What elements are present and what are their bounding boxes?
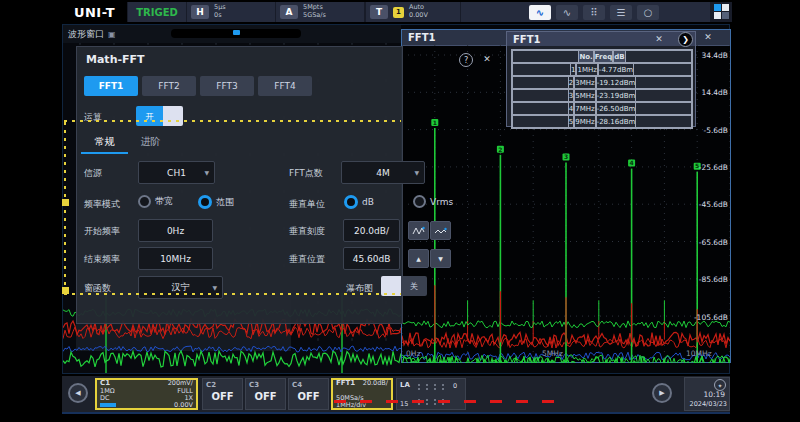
dialog-close-icon[interactable]: ✕	[481, 53, 493, 65]
freq-mode-option-range[interactable]: 范围	[198, 195, 234, 209]
radio-selected-icon[interactable]	[344, 195, 358, 209]
vscale-input[interactable]: 20.0dB/	[343, 219, 400, 242]
vscale-compress-button[interactable]	[430, 221, 451, 240]
peak-table: No. Freq dB 11MHz-4.77dBm 23MHz-19.12dBm…	[511, 49, 693, 129]
channel-c4-card[interactable]: C4 OFF	[288, 378, 329, 410]
fft-card-name: FFT1	[336, 380, 355, 388]
y-axis-label: -65.6dB	[684, 238, 728, 247]
tab-fft2[interactable]: FFT2	[142, 76, 196, 96]
clock-panel[interactable]: ✦ 10:19 2024/03/23	[684, 377, 730, 411]
fft-window-title: FFT1	[408, 32, 435, 43]
window-fn-dropdown[interactable]: 汉宁 ▼	[138, 276, 223, 299]
trigger-key[interactable]: T	[370, 5, 388, 19]
fft-peak-table-window[interactable]: FFT1 ✕ ❯ No. Freq dB 11MHz-4.77dBm 23MHz…	[506, 31, 696, 127]
window-icon: ▣	[108, 30, 116, 39]
waveform-window-title: 波形窗口	[68, 28, 104, 41]
acquire-key[interactable]: A	[280, 5, 298, 19]
start-freq-input[interactable]: 0Hz	[138, 219, 213, 242]
radio-icon[interactable]	[413, 195, 426, 208]
wave-expand-icon	[412, 226, 425, 236]
brand-logo-text: UNI-T	[74, 5, 115, 20]
fft-points-value: 4M	[376, 168, 390, 178]
la-card[interactable]: LA 0 15	[396, 378, 466, 410]
c2-name: C2	[206, 381, 216, 389]
radio-icon[interactable]	[138, 195, 151, 208]
vpos-input[interactable]: 45.60dB	[343, 247, 400, 270]
subtab-general[interactable]: 常规	[81, 132, 128, 154]
la-d0-label: 0	[453, 382, 457, 390]
vscale-expand-button[interactable]	[408, 221, 429, 240]
apps-grid-icon[interactable]	[714, 4, 730, 20]
vertical-unit-label: 垂直单位	[289, 198, 325, 211]
peak-table-header-row: No. Freq dB	[512, 50, 692, 63]
chevron-down-icon: ▼	[212, 284, 217, 291]
peak-table-row: 47MHz-26.50dBm	[512, 102, 692, 115]
probe-active-button[interactable]: ∿	[529, 5, 551, 20]
horizontal-scrollbar[interactable]	[171, 29, 301, 38]
c4-name: C4	[292, 381, 302, 389]
chevron-down-icon: ▼	[414, 169, 419, 176]
y-axis-label: -25.6dB	[684, 163, 728, 172]
start-freq-value: 0Hz	[167, 226, 184, 236]
spline-tool-button[interactable]: ∿	[556, 5, 578, 20]
operation-toggle[interactable]: 开	[136, 106, 183, 126]
trigger-info: Auto0.00V	[409, 4, 428, 20]
la-digital-dots	[415, 383, 449, 390]
fft1-card[interactable]: FFT1 20.0dB/ 50MSa/s 1MHz/div	[331, 378, 393, 410]
fft-window-close-icon[interactable]: ✕	[702, 31, 714, 43]
vpos-up-button[interactable]: ▲	[408, 249, 429, 268]
vscale-value: 20.0dB/	[354, 226, 389, 236]
expand-right-button[interactable]: ▶	[652, 383, 672, 403]
tab-fft3[interactable]: FFT3	[200, 76, 254, 96]
dialog-title: Math-FFT	[86, 53, 145, 66]
peak-table-titlebar[interactable]: FFT1	[507, 32, 695, 46]
x-axis-label-end: 10MHz	[686, 349, 712, 358]
horizontal-segment[interactable]: H 5μs0s	[187, 2, 275, 22]
acquire-info: 5Mpts5GSa/s	[303, 4, 326, 20]
peak-table-row: 35MHz-23.19dBm	[512, 89, 692, 102]
waterfall-toggle-off-label: 关	[401, 276, 427, 296]
subtab-advanced[interactable]: 进阶	[128, 132, 173, 152]
la-activity-dashes	[334, 400, 564, 403]
vpos-down-button[interactable]: ▼	[430, 249, 451, 268]
math-fft-dialog[interactable]: Math-FFT ? ✕ FFT1 FFT2 FFT3 FFT4 运算 开 常规…	[76, 46, 496, 324]
channel-status-bar: ◀ C1 200mV/ 1MΩ FULL DC 1X 0.00V C2 OFF …	[62, 376, 730, 414]
list-tool-button[interactable]: ☰	[610, 5, 632, 20]
acquire-segment[interactable]: A 5Mpts5GSa/s	[276, 2, 364, 22]
vunit-option-db[interactable]: dB	[344, 195, 374, 209]
end-freq-input[interactable]: 10MHz	[138, 247, 213, 270]
radio-selected-icon[interactable]	[198, 195, 212, 209]
collapse-left-button[interactable]: ◀	[68, 383, 88, 403]
source-label: 信源	[84, 167, 102, 180]
c1-offset: 0.00V	[174, 402, 193, 409]
trigger-segment[interactable]: T 1 Auto0.00V	[366, 2, 460, 22]
fft-points-dropdown[interactable]: 4M ▼	[341, 161, 425, 184]
vunit-option-vrms[interactable]: Vrms	[413, 195, 453, 208]
col-no: No.	[578, 50, 593, 63]
top-status-bar: UNI-T TRIGED H 5μs0s A 5Mpts5GSa/s T 1 A…	[62, 2, 732, 22]
trigger-status-text: TRIGED	[132, 7, 182, 18]
freq-mode-option-bandwidth[interactable]: 带宽	[138, 195, 173, 208]
record-tool-button[interactable]: ○	[637, 5, 659, 20]
channel-c3-card[interactable]: C3 OFF	[245, 378, 286, 410]
grid-tool-button[interactable]: ⠿	[583, 5, 605, 20]
brand-logo: UNI-T	[62, 2, 127, 22]
horizontal-key[interactable]: H	[191, 5, 209, 19]
la-name: LA	[400, 381, 410, 389]
fft-gate-handle-mid[interactable]	[62, 199, 69, 206]
fft-gate-handle-bottom[interactable]	[62, 287, 69, 294]
tab-fft4[interactable]: FFT4	[258, 76, 312, 96]
peak-table-expand-icon[interactable]: ❯	[678, 32, 693, 47]
horizontal-info: 5μs0s	[214, 4, 226, 20]
dialog-help-icon[interactable]: ?	[459, 53, 473, 67]
source-dropdown[interactable]: CH1 ▼	[138, 161, 215, 184]
fft-gate-left-line	[64, 120, 66, 293]
peak-table-close-icon[interactable]: ✕	[653, 33, 665, 45]
scrollbar-position-marker[interactable]	[233, 30, 240, 35]
trigger-status-segment: TRIGED	[128, 2, 186, 22]
channel-c1-card[interactable]: C1 200mV/ 1MΩ FULL DC 1X 0.00V	[95, 378, 198, 410]
c3-name: C3	[249, 381, 259, 389]
col-db: dB	[613, 50, 625, 63]
channel-c2-card[interactable]: C2 OFF	[202, 378, 243, 410]
tab-fft1[interactable]: FFT1	[84, 76, 138, 96]
